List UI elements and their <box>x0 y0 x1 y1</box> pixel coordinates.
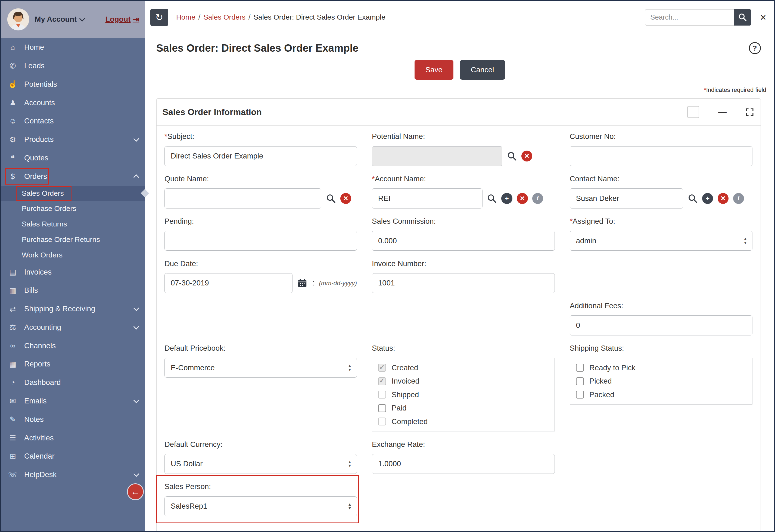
checkbox[interactable] <box>378 391 386 399</box>
link-icon: ∞ <box>8 342 18 350</box>
sidebar-item-work-orders[interactable]: Work Orders <box>1 247 145 263</box>
sidebar-item-bills[interactable]: ▥ Bills <box>1 281 145 300</box>
clear-icon[interactable]: ✕ <box>718 193 729 204</box>
sidebar-item-quotes[interactable]: ❝ Quotes <box>1 149 145 167</box>
add-icon[interactable]: + <box>501 193 512 204</box>
invoice-number-input[interactable] <box>372 273 555 293</box>
status-option-paid[interactable]: Paid <box>378 401 549 415</box>
refresh-button[interactable]: ↻ <box>150 9 168 26</box>
sidebar-collapse-button[interactable]: ← <box>127 483 144 500</box>
sidebar-item-label: Shipping & Receiving <box>24 305 95 313</box>
checkbox[interactable] <box>378 418 386 426</box>
checkbox[interactable] <box>576 364 584 372</box>
customer-no-input[interactable] <box>570 146 753 166</box>
sidebar-item-invoices[interactable]: ▤ Invoices <box>1 263 145 282</box>
subject-input[interactable] <box>164 146 357 166</box>
close-icon[interactable]: × <box>760 12 766 23</box>
search-icon[interactable] <box>326 193 336 203</box>
contact-name-input[interactable] <box>570 188 683 208</box>
sidebar-item-potentials[interactable]: ☝ Potentials <box>1 75 145 93</box>
expand-panel-icon[interactable] <box>746 108 754 116</box>
sidebar-item-accounting[interactable]: ⚖ Accounting <box>1 318 145 337</box>
add-icon[interactable]: + <box>702 193 713 204</box>
clear-icon[interactable]: ✕ <box>521 151 532 161</box>
select-stepper-icon <box>348 460 352 468</box>
sidebar-item-helpdesk[interactable]: ☏ HelpDesk <box>1 465 145 484</box>
info-icon[interactable]: i <box>532 193 543 204</box>
save-button[interactable]: Save <box>415 60 454 79</box>
checkbox[interactable] <box>378 377 386 385</box>
sidebar-item-products[interactable]: ⚙ Products <box>1 130 145 149</box>
assigned-to-select[interactable]: admin <box>570 231 753 250</box>
sidebar-item-label: Emails <box>24 397 46 405</box>
sidebar-item-orders[interactable]: $ Orders <box>1 167 145 186</box>
sidebar-item-channels[interactable]: ∞ Channels <box>1 337 145 355</box>
sidebar-item-sales-orders[interactable]: Sales Orders <box>1 186 145 201</box>
sidebar-item-contacts[interactable]: ☺ Contacts <box>1 112 145 130</box>
sidebar-item-label: HelpDesk <box>24 470 57 479</box>
checkbox[interactable] <box>576 377 584 385</box>
potential-name-input[interactable] <box>372 146 502 166</box>
cancel-button[interactable]: Cancel <box>460 60 505 79</box>
due-date-input[interactable] <box>164 273 292 293</box>
status-option-completed[interactable]: Completed <box>378 415 549 428</box>
exchange-rate-input[interactable] <box>372 454 555 474</box>
checkbox[interactable] <box>576 391 584 399</box>
search-input[interactable] <box>645 9 734 26</box>
sidebar-item-home[interactable]: ⌂ Home <box>1 38 145 57</box>
shipping-option-picked[interactable]: Picked <box>576 375 746 388</box>
sidebar-item-label: Notes <box>24 415 44 424</box>
avatar[interactable] <box>7 8 30 31</box>
sidebar-item-notes[interactable]: ✎ Notes <box>1 410 145 429</box>
search-icon[interactable] <box>487 193 497 203</box>
sidebar-item-sales-returns[interactable]: Sales Returns <box>1 216 145 232</box>
sidebar-item-leads[interactable]: ✆ Leads <box>1 57 145 75</box>
search-icon[interactable] <box>507 151 517 161</box>
status-option-created[interactable]: Created <box>378 361 549 374</box>
clear-icon[interactable]: ✕ <box>340 193 351 204</box>
shipping-option-ready-to-pick[interactable]: Ready to Pick <box>576 361 746 374</box>
calendar-picker-icon[interactable] <box>297 278 308 289</box>
sidebar-item-accounts[interactable]: ♟ Accounts <box>1 93 145 112</box>
field-label: Default Currency: <box>164 440 223 449</box>
shipping-option-packed[interactable]: Packed <box>576 388 746 401</box>
topbar: ↻ Home / Sales Orders / Sales Order: Dir… <box>145 1 774 34</box>
sidebar-item-label: Quotes <box>24 153 48 162</box>
help-button[interactable]: ? <box>749 42 761 54</box>
search-button[interactable] <box>734 9 751 26</box>
breadcrumb-current: Sales Order: Direct Sales Order Example <box>253 13 385 21</box>
sidebar-item-purchase-orders[interactable]: Purchase Orders <box>1 201 145 216</box>
collapse-panel-icon[interactable]: — <box>718 108 727 116</box>
default-pricebook-select[interactable]: E-Commerce <box>164 358 357 378</box>
field-additional-fees: Additional Fees: <box>570 301 753 335</box>
sidebar-item-shipping-receiving[interactable]: ⇄ Shipping & Receiving <box>1 300 145 318</box>
search-icon[interactable] <box>688 193 698 203</box>
account-name-input[interactable] <box>372 188 483 208</box>
checkbox[interactable] <box>378 364 386 372</box>
logout-link[interactable]: Logout ⇥ <box>105 15 139 24</box>
sidebar-item-emails[interactable]: ✉ Emails <box>1 392 145 410</box>
panel-checkbox[interactable] <box>687 106 699 118</box>
default-currency-select[interactable]: US Dollar <box>164 454 357 474</box>
status-option-invoiced[interactable]: Invoiced <box>378 375 549 388</box>
sidebar-item-dashboard[interactable]: ◔ Dashboard <box>1 373 145 392</box>
sidebar-item-calendar[interactable]: ⊞ Calendar <box>1 447 145 465</box>
sidebar-item-reports[interactable]: ▦ Reports <box>1 355 145 374</box>
truck-icon: ⇄ <box>8 305 18 314</box>
sidebar-item-purchase-order-returns[interactable]: Purchase Order Returns <box>1 232 145 247</box>
breadcrumb-sales-orders-link[interactable]: Sales Orders <box>203 13 245 21</box>
clear-icon[interactable]: ✕ <box>517 193 528 204</box>
additional-fees-input[interactable] <box>570 315 753 335</box>
field-due-date: Due Date: : (mm-dd-yyyy) <box>164 259 357 293</box>
sales-person-select[interactable]: SalesRep1 <box>164 496 357 516</box>
info-icon[interactable]: i <box>733 193 744 204</box>
quote-name-input[interactable] <box>164 188 321 208</box>
status-option-shipped[interactable]: Shipped <box>378 388 549 401</box>
bill-icon: ▥ <box>8 286 18 295</box>
account-menu[interactable]: My Account <box>35 15 84 24</box>
sidebar-item-activities[interactable]: ☰ Activities <box>1 429 145 447</box>
checkbox[interactable] <box>378 404 386 412</box>
breadcrumb-home-link[interactable]: Home <box>176 13 195 21</box>
pending-input[interactable] <box>164 231 357 250</box>
sales-commission-input[interactable] <box>372 231 555 250</box>
